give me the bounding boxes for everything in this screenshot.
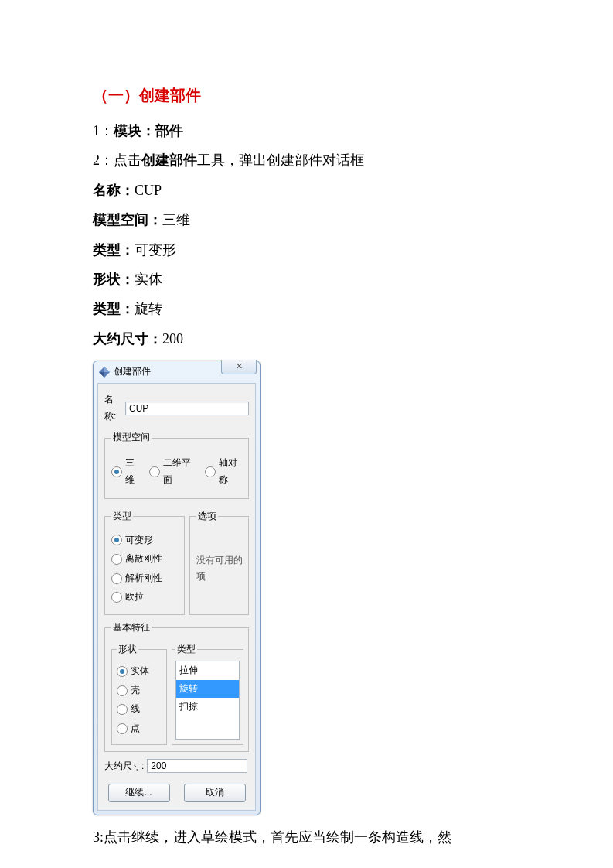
field-type2-val: 旋转 xyxy=(135,301,162,316)
title-bar[interactable]: 创建部件 ✕ xyxy=(94,361,260,383)
radio-2d[interactable]: 二维平面 xyxy=(149,455,197,488)
step2-a: 2：点击 xyxy=(93,152,141,168)
radio-icon xyxy=(117,666,128,677)
radio-icon xyxy=(117,685,128,696)
options-legend: 选项 xyxy=(196,508,218,525)
list-group: 类型 拉伸 旋转 扫掠 xyxy=(172,641,243,745)
close-button[interactable]: ✕ xyxy=(221,360,257,374)
radio-axi-label: 轴对称 xyxy=(219,455,243,488)
basic-legend: 基本特征 xyxy=(111,620,152,637)
field-type2: 类型：旋转 xyxy=(93,296,520,321)
step2-b: 创建部件 xyxy=(141,152,197,168)
field-shape-label: 形状： xyxy=(93,272,135,287)
section-title: （一）创建部件 xyxy=(93,81,520,109)
radio-icon xyxy=(111,535,122,545)
modelspace-group: 模型空间 三维 二维平面 轴对称 xyxy=(104,429,249,499)
radio-deformable[interactable]: 可变形 xyxy=(111,532,179,549)
radio-3d[interactable]: 三维 xyxy=(111,455,141,488)
options-group: 选项 没有可用的项 xyxy=(189,508,249,615)
create-part-dialog: 创建部件 ✕ 名称: 模型空间 三维 二维平面 轴对称 xyxy=(93,361,261,815)
step2: 2：点击创建部件工具，弹出创建部件对话框 xyxy=(93,148,520,173)
radio-solid-label: 实体 xyxy=(131,663,149,680)
step2-c: 工具，弹出创建部件对话框 xyxy=(197,152,364,168)
size-label: 大约尺寸: xyxy=(104,758,144,775)
field-name-val: CUP xyxy=(135,183,162,198)
basic-feature-group: 基本特征 形状 实体 壳 线 点 类型 拉伸 xyxy=(104,620,249,752)
radio-icon xyxy=(111,592,122,603)
name-input[interactable] xyxy=(125,402,249,415)
field-type-label: 类型： xyxy=(93,242,135,258)
radio-icon xyxy=(117,704,128,715)
radio-axi[interactable]: 轴对称 xyxy=(205,455,243,488)
options-empty-text: 没有可用的项 xyxy=(196,530,243,608)
step1: 1：模块：部件 xyxy=(93,118,520,143)
radio-icon xyxy=(205,466,216,477)
field-type-val: 可变形 xyxy=(135,242,176,258)
radio-3d-label: 三维 xyxy=(125,455,141,488)
field-name: 名称：CUP xyxy=(93,178,520,203)
type-legend: 类型 xyxy=(111,508,133,525)
close-icon: ✕ xyxy=(236,359,243,374)
radio-analytical-rigid-label: 解析刚性 xyxy=(125,570,162,587)
type-listbox[interactable]: 拉伸 旋转 扫掠 xyxy=(175,661,240,740)
radio-point-label: 点 xyxy=(131,720,140,737)
type-group: 类型 可变形 离散刚性 解析刚性 欧拉 xyxy=(104,508,185,615)
field-type: 类型：可变形 xyxy=(93,238,520,262)
step1-num: 1： xyxy=(93,123,114,138)
list-legend: 类型 xyxy=(175,641,197,658)
cancel-button[interactable]: 取消 xyxy=(184,784,246,802)
radio-wire[interactable]: 线 xyxy=(117,701,162,718)
shape-group: 形状 实体 壳 线 点 xyxy=(111,641,167,745)
field-size: 大约尺寸：200 xyxy=(93,326,520,351)
radio-wire-label: 线 xyxy=(131,701,140,718)
step1-text: 模块：部件 xyxy=(114,123,183,138)
field-shape-val: 实体 xyxy=(135,272,162,287)
field-size-val: 200 xyxy=(162,331,183,347)
radio-eulerian-label: 欧拉 xyxy=(125,589,144,606)
radio-icon xyxy=(111,554,122,565)
radio-eulerian[interactable]: 欧拉 xyxy=(111,589,179,606)
radio-solid[interactable]: 实体 xyxy=(117,663,162,680)
radio-icon xyxy=(149,466,160,477)
list-item-sweep[interactable]: 扫掠 xyxy=(176,698,239,716)
name-label: 名称: xyxy=(104,391,122,425)
field-type2-label: 类型： xyxy=(93,301,135,316)
radio-shell[interactable]: 壳 xyxy=(117,682,162,699)
size-input[interactable] xyxy=(147,759,247,773)
continue-button[interactable]: 继续... xyxy=(108,784,170,802)
radio-icon xyxy=(111,573,122,584)
radio-point[interactable]: 点 xyxy=(117,720,162,737)
svg-marker-2 xyxy=(99,372,104,378)
field-size-label: 大约尺寸： xyxy=(93,331,162,347)
field-modelspace: 模型空间：三维 xyxy=(93,207,520,232)
radio-deformable-label: 可变形 xyxy=(125,532,153,549)
svg-marker-1 xyxy=(104,367,110,372)
step3: 3:点击继续，进入草绘模式，首先应当绘制一条构造线，然 xyxy=(93,825,520,849)
radio-shell-label: 壳 xyxy=(131,682,140,699)
radio-icon xyxy=(111,466,122,477)
dialog-title: 创建部件 xyxy=(114,364,151,381)
list-item-revolve[interactable]: 旋转 xyxy=(176,680,239,699)
field-mspace-label: 模型空间： xyxy=(93,212,162,227)
shape-legend: 形状 xyxy=(117,641,138,658)
field-shape: 形状：实体 xyxy=(93,267,520,292)
field-name-label: 名称： xyxy=(93,183,135,198)
field-mspace-val: 三维 xyxy=(162,212,190,227)
radio-analytical-rigid[interactable]: 解析刚性 xyxy=(111,570,179,587)
radio-2d-label: 二维平面 xyxy=(163,455,197,488)
radio-discrete-rigid-label: 离散刚性 xyxy=(125,551,162,568)
app-icon xyxy=(98,366,111,378)
radio-icon xyxy=(117,723,128,734)
radio-discrete-rigid[interactable]: 离散刚性 xyxy=(111,551,179,568)
list-item-extrude[interactable]: 拉伸 xyxy=(176,661,239,680)
modelspace-legend: 模型空间 xyxy=(111,429,152,446)
